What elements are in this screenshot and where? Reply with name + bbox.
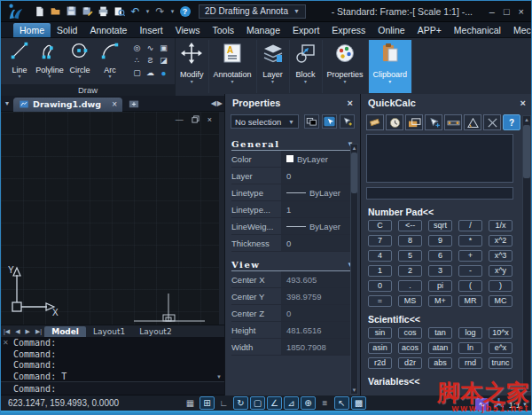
scrollbar-thumb[interactable] xyxy=(351,153,357,193)
property-value[interactable]: ByLayer xyxy=(281,184,354,200)
dynamic-input-icon[interactable]: ⊕ xyxy=(301,396,316,410)
selection-dropdown[interactable]: No selection ▼ xyxy=(231,114,299,129)
property-value[interactable]: 493.605 xyxy=(281,271,354,287)
calc-key-[interactable]: * xyxy=(458,235,482,247)
calc-key-pi[interactable]: pi xyxy=(428,280,452,292)
redo-caret-icon[interactable]: ▾ xyxy=(169,4,176,18)
calc-key-e-x[interactable]: e^x xyxy=(489,342,512,354)
calc-key-10-x[interactable]: 10^x xyxy=(489,327,512,339)
layout-tab-layout1[interactable]: Layout1 xyxy=(86,326,132,337)
calc-key-r2d[interactable]: r2d xyxy=(368,357,392,369)
grid-icon[interactable]: ▦ xyxy=(183,396,198,410)
app-status-icon[interactable]: ∿ xyxy=(475,398,489,411)
ribbon-panel-properties[interactable]: Properties▾ xyxy=(323,40,369,93)
calc-key-1-x[interactable]: 1/x xyxy=(489,220,512,231)
scroll-down-icon[interactable]: ▼ xyxy=(352,387,357,394)
prev-layout-icon[interactable]: ◀ xyxy=(12,328,22,335)
calc-key-[interactable]: = xyxy=(368,295,392,307)
variables-section-label[interactable]: Variables<< xyxy=(368,376,532,387)
scientific-section-label[interactable]: Scientific<< xyxy=(368,314,532,325)
calc-key-3[interactable]: 3 xyxy=(428,265,452,277)
calc-key-x-3[interactable]: x^3 xyxy=(489,250,512,262)
calc-key-abs[interactable]: abs xyxy=(428,357,452,369)
angle-of-line-icon[interactable] xyxy=(464,114,481,130)
clear-icon[interactable] xyxy=(366,114,384,130)
property-value[interactable]: 1 xyxy=(281,201,354,217)
calc-key-rnd[interactable]: rnd xyxy=(458,357,482,369)
select-objects-icon[interactable] xyxy=(322,114,337,129)
menu-tab-manage[interactable]: Manage xyxy=(240,23,286,37)
calc-key-1[interactable]: 1 xyxy=(368,265,392,277)
ortho-icon[interactable]: ∟ xyxy=(216,396,231,410)
calc-key-asin[interactable]: asin xyxy=(368,342,392,354)
calc-key-[interactable]: <-- xyxy=(398,220,422,231)
drawing-canvas[interactable]: — × Y X xyxy=(1,112,219,325)
lineweight-icon[interactable]: ≡ xyxy=(317,396,332,410)
drawing-restore-button[interactable] xyxy=(192,115,200,125)
draw-extra-icon[interactable]: ▢ xyxy=(130,67,144,79)
draw-extra-icon[interactable]: ● xyxy=(157,67,170,79)
draw-extra-icon[interactable]: Ƨ xyxy=(144,54,157,67)
calc-key-sqrt[interactable]: sqrt xyxy=(428,220,452,231)
calc-key-x-2[interactable]: x^2 xyxy=(489,235,512,247)
command-history[interactable]: ✕ Command:Command:Command:Command: T ▼ xyxy=(1,337,224,381)
command-input[interactable]: Command: xyxy=(1,381,224,395)
calc-key-cos[interactable]: cos xyxy=(398,327,422,339)
polar-tracking-icon[interactable]: ↻ xyxy=(233,396,248,410)
menu-tab-insert[interactable]: Insert xyxy=(133,23,168,37)
property-value[interactable]: 481.6516 xyxy=(281,322,354,338)
close-quickcalc-icon[interactable]: × xyxy=(520,98,526,108)
calc-key-9[interactable]: 9 xyxy=(428,235,452,247)
save-as-icon[interactable] xyxy=(81,4,94,18)
history-icon[interactable] xyxy=(386,114,403,130)
calc-key-mc[interactable]: MC xyxy=(489,295,512,307)
calc-key-7[interactable]: 7 xyxy=(368,235,392,247)
dynamic-ucs-icon[interactable]: ⊿ xyxy=(284,396,299,410)
help-icon[interactable]: ? xyxy=(178,4,192,18)
viewport-icon[interactable]: ▩ xyxy=(351,396,366,410)
menu-tab-online[interactable]: Online xyxy=(372,23,411,37)
object-snap-tracking-icon[interactable]: ∠ xyxy=(267,396,282,410)
draw-extra-icon[interactable]: ◎ xyxy=(130,42,144,54)
calc-key-6[interactable]: 6 xyxy=(428,250,452,262)
ribbon-panel-block[interactable]: Block▾ xyxy=(290,40,323,93)
calc-key-x-y[interactable]: x^y xyxy=(489,265,512,277)
menu-tab-tools[interactable]: Tools xyxy=(207,23,241,37)
calc-key-m[interactable]: M+ xyxy=(428,295,452,307)
close-button[interactable]: × xyxy=(519,6,524,17)
drawing-close-button[interactable]: × xyxy=(207,116,212,124)
close-properties-icon[interactable]: × xyxy=(348,98,353,108)
calc-key-tan[interactable]: tan xyxy=(428,327,452,339)
ribbon-panel-modify[interactable]: Modify▾ xyxy=(176,40,209,93)
scroll-down-icon[interactable]: ▼ xyxy=(216,374,222,380)
calc-key-trunc[interactable]: trunc xyxy=(489,357,512,369)
section-header-general[interactable]: General▼ xyxy=(231,139,354,151)
calc-key-c[interactable]: C xyxy=(368,220,392,231)
menu-tab-mechanical[interactable]: Mechanical xyxy=(507,23,532,37)
open-folder-icon[interactable] xyxy=(49,4,62,18)
help-icon[interactable]: ? xyxy=(503,114,520,130)
properties-scrollbar[interactable]: ▲ ▼ xyxy=(350,144,358,395)
menu-tab-mechanical[interactable]: Mechanical xyxy=(448,23,507,37)
calc-key-2[interactable]: 2 xyxy=(398,265,422,277)
menu-tab-export[interactable]: Export xyxy=(286,23,325,37)
draw-extra-icon[interactable]: ▣ xyxy=(157,42,170,54)
drawing-minimize-button[interactable]: — xyxy=(176,116,184,124)
calc-key-[interactable]: ) xyxy=(489,280,512,292)
property-value[interactable]: ByLayer xyxy=(281,151,354,167)
minimize-button[interactable]: – xyxy=(489,6,495,17)
calc-key-d2r[interactable]: d2r xyxy=(398,357,422,369)
toggle-pickadd-icon[interactable] xyxy=(340,114,355,129)
get-coordinates-icon[interactable] xyxy=(425,114,442,130)
first-layout-icon[interactable]: |◀ xyxy=(1,328,12,335)
calc-key-sin[interactable]: sin xyxy=(368,327,392,339)
print-icon[interactable] xyxy=(97,4,110,18)
quickcalc-input-box[interactable] xyxy=(366,187,513,200)
ribbon-panel-clipboard[interactable]: Clipboard▾ xyxy=(369,40,413,93)
undo-icon[interactable]: ↶ xyxy=(129,4,142,18)
close-command-window-icon[interactable]: ✕ xyxy=(3,339,9,347)
scroll-tabs-right-icon[interactable]: ▶ xyxy=(217,99,223,107)
quickcalc-history-box[interactable] xyxy=(366,134,513,183)
workspace-switcher[interactable]: 2D Drafting & Annota ▼ xyxy=(199,4,306,19)
close-document-icon[interactable]: × xyxy=(112,99,117,109)
